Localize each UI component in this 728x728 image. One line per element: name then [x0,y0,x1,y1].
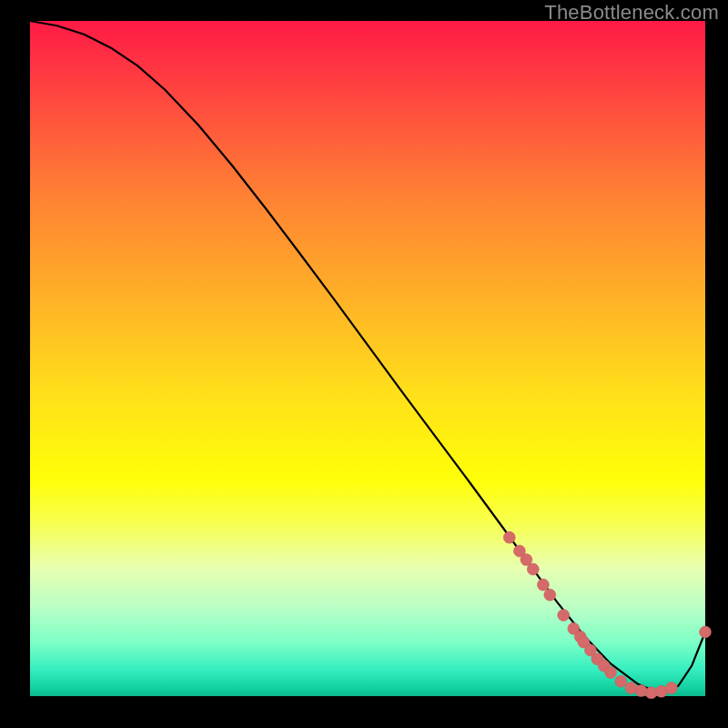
data-point [645,687,657,699]
data-point [605,667,617,679]
data-point [615,675,627,687]
watermark-text: TheBottleneck.com [544,1,719,25]
data-point [527,563,539,575]
data-point [537,579,549,591]
bottleneck-curve [30,21,705,693]
data-points [503,531,711,699]
data-point [635,685,647,697]
chart-svg [30,21,705,696]
data-point [503,531,515,543]
data-point [665,682,677,694]
data-point [558,610,570,622]
data-point [544,589,556,601]
data-point [700,626,712,638]
